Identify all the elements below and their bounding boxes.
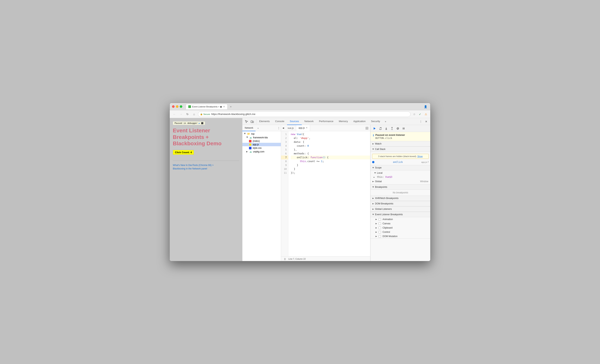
canvas-checkbox[interactable] <box>378 222 381 225</box>
tab-console[interactable]: Console <box>272 118 287 125</box>
url-bar[interactable]: 🔒 Secure https://framework-blackboxing.g… <box>198 111 411 117</box>
step-into-button[interactable] <box>384 126 389 131</box>
step-out-button[interactable] <box>390 126 394 131</box>
tree-arrow-unpkg: ▶ <box>246 151 248 153</box>
code-area[interactable]: 1 2 3 4 5 6 7 8 9 10 11 <box>281 131 370 256</box>
tree-item-unpkg[interactable]: ▶ ☁ unpkg.com <box>242 150 281 153</box>
address-actions: ☆ ✓ ⚠ <box>412 112 428 117</box>
tree-item-stylecss[interactable]: style.css <box>242 146 281 150</box>
dom-breakpoints-header[interactable]: ▶ DOM Breakpoints <box>371 201 430 206</box>
profile-icon[interactable]: 👤 <box>423 104 428 109</box>
browser-tab[interactable]: Event Listener Breakpoints + ▣ ✕ <box>186 104 227 109</box>
devtools-close-button[interactable]: ✕ <box>424 119 429 124</box>
tab-memory[interactable]: Memory <box>336 118 351 125</box>
canvas-label: Canvas <box>383 222 391 225</box>
tab-filename-vue: vue.js <box>288 127 294 129</box>
inspect-element-icon[interactable] <box>244 119 249 124</box>
back-button[interactable]: ← <box>172 111 177 117</box>
close-button[interactable] <box>172 105 175 108</box>
code-line-2: el: '#app', <box>291 136 370 140</box>
main-content: Paused in debugger ▶ ⬛ Event Listener Br… <box>170 118 430 261</box>
debug-panel: ℹ Paused on event listener BUTTON.click … <box>370 125 430 261</box>
scope-this-item[interactable]: ▶ this: Vue$3 <box>371 175 430 179</box>
forward-button[interactable]: → <box>178 111 184 117</box>
tab-network[interactable]: Network <box>302 118 316 125</box>
blackboxing-link[interactable]: Blackboxing in the Network panel <box>173 167 239 170</box>
url-text: https://framework-blackboxing.glitch.me <box>211 113 255 116</box>
format-code-button[interactable]: {} <box>283 257 287 261</box>
el-item-animation[interactable]: ▶ Animation <box>371 217 430 221</box>
extension-button2[interactable]: ⚠ <box>423 112 428 117</box>
clipboard-label: Clipboard <box>383 227 392 229</box>
xhr-header[interactable]: ▶ XHR/fetch Breakpoints <box>371 196 430 201</box>
maximize-button[interactable] <box>180 105 182 108</box>
local-arrow: ▶ <box>374 172 376 174</box>
debugger-play-icon[interactable]: ▶ <box>199 122 200 124</box>
devtools-link[interactable]: What's New In DevTools (Chrome 66) > <box>173 164 239 166</box>
call-stack-header[interactable]: ▶ Call Stack <box>371 147 430 152</box>
global-row[interactable]: ▶ Global Window <box>371 179 430 184</box>
resume-button[interactable] <box>372 126 377 131</box>
event-listener-breakpoints-header[interactable]: ▶ Event Listener Breakpoints <box>371 212 430 217</box>
animation-checkbox[interactable] <box>378 218 381 221</box>
tab-performance[interactable]: Performance <box>316 118 336 125</box>
tab-application[interactable]: Application <box>351 118 368 125</box>
tree-item-appjs[interactable]: app.js <box>242 143 281 146</box>
dom-mutation-arrow: ▶ <box>375 235 377 237</box>
editor-format-button[interactable]: ⊞ <box>365 126 370 130</box>
step-over-button[interactable] <box>378 126 383 131</box>
close-tab-appjs[interactable]: ✕ <box>306 127 308 129</box>
sources-sub-tabs: Network » ⋮ <box>242 125 281 131</box>
breakpoints-header[interactable]: ▶ Breakpoints <box>371 184 430 190</box>
home-button[interactable]: ⌂ <box>191 111 197 117</box>
tab-close-button[interactable]: ✕ <box>223 105 225 108</box>
tree-item-framework[interactable]: ▶ ☁ framework-bla <box>242 136 281 139</box>
tree-item-index[interactable]: (index) <box>242 139 281 143</box>
code-line-9: } <box>291 163 370 167</box>
watch-header[interactable]: ▶ Watch <box>371 141 430 146</box>
el-item-clipboard[interactable]: ▶ Clipboard <box>371 226 430 230</box>
debugger-banner: Paused in debugger ▶ ⬛ <box>173 121 205 125</box>
click-count-button[interactable]: Click Count: 4 <box>173 150 194 155</box>
scope-section: ▶ Scope ▶ Local ▶ this: <box>371 165 430 184</box>
tree-item-top[interactable]: ▶ 📁 top <box>242 132 281 136</box>
sources-more-tabs[interactable]: » <box>255 127 261 129</box>
device-toolbar-icon[interactable] <box>250 119 255 124</box>
tab-bar: Event Listener Breakpoints + ▣ ✕ + <box>186 104 422 109</box>
tab-security[interactable]: Security <box>368 118 383 125</box>
editor-tab-prev[interactable]: ◀ <box>281 125 285 131</box>
refresh-button[interactable]: ↻ <box>185 111 190 117</box>
deactivate-breakpoints-button[interactable] <box>395 126 400 131</box>
dom-title: DOM Breakpoints <box>375 202 393 205</box>
debugger-record-icon[interactable]: ⬛ <box>201 122 203 124</box>
tab-sources[interactable]: Sources <box>287 118 302 125</box>
el-item-dom-mutation[interactable]: ▶ DOM Mutation <box>371 234 430 238</box>
dom-mutation-checkbox[interactable] <box>378 235 381 238</box>
el-item-control[interactable]: ▶ Control <box>371 230 430 234</box>
call-stack-onclick[interactable]: onClick app.js:7 <box>371 160 430 164</box>
local-header[interactable]: ▶ Local <box>371 171 430 175</box>
devtools-menu-button[interactable]: ⋮ <box>418 119 423 124</box>
sources-network-tab[interactable]: Network <box>242 125 255 131</box>
devtools-body: Network » ⋮ ▶ 📁 top <box>242 125 430 261</box>
new-tab-button[interactable]: + <box>228 104 233 109</box>
global-listeners-header[interactable]: ▶ Global Listeners <box>371 207 430 212</box>
editor-tabs: ◀ vue.js app.js ✕ ⊞ <box>281 125 370 131</box>
minimize-button[interactable] <box>176 105 178 108</box>
editor-tab-vuejs[interactable]: vue.js <box>285 125 296 131</box>
sources-toolbar-menu[interactable]: ⋮ <box>277 126 281 130</box>
tab-elements[interactable]: Elements <box>256 118 272 125</box>
scope-header[interactable]: ▶ Scope <box>371 165 430 170</box>
pause-on-exception-button[interactable] <box>401 126 406 131</box>
bookmark-button[interactable]: ☆ <box>412 112 417 117</box>
el-item-canvas[interactable]: ▶ Canvas <box>371 221 430 226</box>
blackbox-show-link[interactable]: Show <box>417 155 423 157</box>
editor-tab-appjs[interactable]: app.js ✕ <box>296 125 310 131</box>
extension-button1[interactable]: ✓ <box>418 112 422 117</box>
global-listeners-section: ▶ Global Listeners <box>371 207 430 212</box>
page-title: Event Listener Breakpoints + Blackboxing… <box>173 127 239 147</box>
more-tabs-button[interactable]: » <box>383 118 388 125</box>
control-checkbox[interactable] <box>378 231 381 233</box>
el-breakpoints-title: Event Listener Breakpoints <box>375 213 403 216</box>
clipboard-checkbox[interactable] <box>378 227 381 229</box>
